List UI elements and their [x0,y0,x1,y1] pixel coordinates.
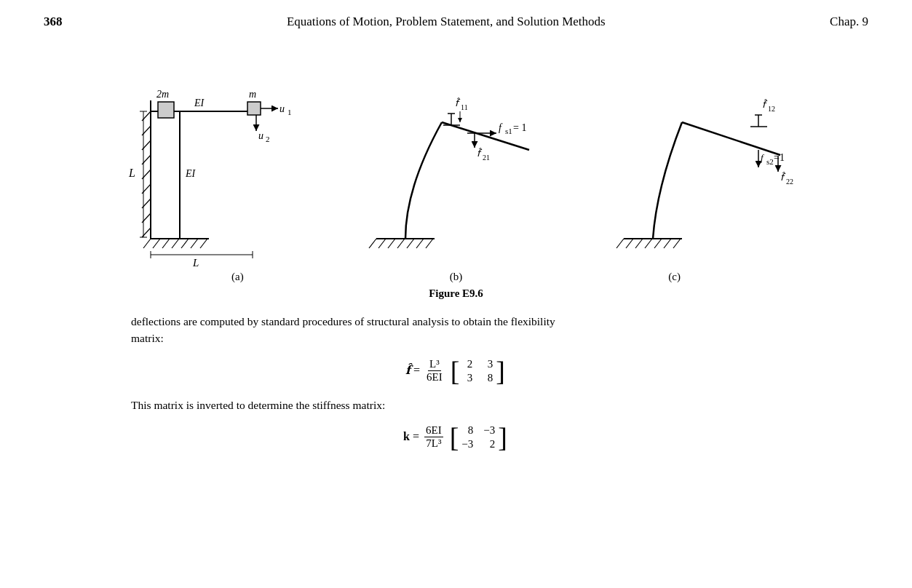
svg-line-1 [143,239,151,248]
svg-text:f̂: f̂ [780,172,786,183]
svg-line-6 [191,239,198,248]
subfig-labels: (a) (b) (c) [129,271,784,283]
svg-text:= 1: = 1 [513,122,526,133]
svg-text:f̂: f̂ [762,99,768,110]
svg-line-7 [200,239,207,248]
subfig-b-label: (b) [450,271,463,283]
svg-text:f: f [761,152,765,163]
k-right-bracket: ] [498,424,507,451]
svg-line-64 [626,239,633,248]
page-number: 368 [44,15,63,29]
svg-text:m: m [249,89,256,100]
svg-text:1: 1 [288,108,292,116]
k-matrix-bracket: [ 8 −3 −3 2 ] [450,424,507,451]
svg-text:s2: s2 [766,157,774,166]
svg-text:EI: EI [194,98,205,108]
figure-caption: Figure E9.6 [44,287,868,300]
svg-line-65 [635,239,643,248]
svg-line-44 [397,239,405,248]
svg-line-5 [181,239,189,248]
svg-line-2 [153,239,160,248]
subfig-a: 2m m u 1 u 2 EI L EI [107,42,311,268]
svg-line-69 [673,239,681,248]
svg-text:12: 12 [768,105,775,113]
f-m10: 3 [462,372,472,384]
svg-text:11: 11 [461,103,468,111]
svg-text:u: u [279,103,285,114]
svg-text:u: u [258,130,263,141]
paragraph1b: matrix: [131,332,164,344]
k-m11: 2 [483,438,495,450]
k-left-bracket: [ [450,424,459,451]
svg-line-63 [616,239,624,248]
svg-rect-22 [247,102,261,115]
f-matrix-bracket: [ 2 3 3 8 ] [451,357,505,385]
svg-text:EI: EI [185,168,197,179]
text-block-2: This matrix is inverted to determine the… [131,397,825,413]
svg-text:s1: s1 [505,127,512,135]
svg-text:f: f [499,122,503,133]
svg-text:f̂: f̂ [477,148,483,159]
page-header: 368 Equations of Motion, Problem Stateme… [44,15,868,29]
subfig-b: f s1 = 1 f̂ 11 f̂ 21 [325,42,558,268]
svg-line-3 [162,239,170,248]
f-m00: 2 [462,358,472,370]
f-numerator: L³ [428,358,441,371]
k-denominator: 7L³ [424,437,443,450]
chapter-label: Chap. 9 [830,15,868,29]
k-equals: = [413,429,422,442]
text-block: deflections are computed by standard pro… [131,313,825,347]
svg-line-45 [407,239,414,248]
svg-text:22: 22 [786,178,793,186]
svg-text:21: 21 [483,154,490,162]
f-matrix: 2 3 3 8 [462,358,493,384]
figure-diagrams: 2m m u 1 u 2 EI L EI [44,42,868,268]
svg-text:2: 2 [266,135,270,143]
paragraph1: deflections are computed by standard pro… [131,315,555,327]
svg-line-67 [654,239,662,248]
subfig-a-label: (a) [231,271,244,283]
svg-text:=1: =1 [774,152,785,163]
f-denominator: 6EI [425,371,444,384]
svg-line-42 [378,239,386,248]
page: 368 Equations of Motion, Problem Stateme… [0,0,912,588]
svg-line-68 [664,239,671,248]
subfig-c-label: (c) [668,271,681,283]
k-m01: −3 [483,424,495,437]
f-fraction: L³ 6EI [425,358,444,384]
k-numerator: 6EI [424,424,443,437]
svg-text:L: L [128,167,135,179]
paragraph2: This matrix is inverted to determine the… [131,399,385,411]
equals-sign: = [413,363,423,376]
k-label: k [403,429,410,442]
k-m00: 8 [461,424,473,437]
left-bracket: [ [451,357,460,385]
chapter-title: Equations of Motion, Problem Statement, … [287,15,606,29]
svg-text:L: L [192,257,199,268]
subfig-c: f̂ 12 f s2 =1 f̂ 22 [573,42,806,268]
k-matrix: 8 −3 −3 2 [461,424,495,450]
k-fraction: 6EI 7L³ [424,424,443,450]
f-hat-label: f̂ [405,363,411,376]
f-hat-equation: f̂ = L³ 6EI [ 2 3 3 8 ] [44,357,868,385]
svg-line-41 [369,239,376,248]
svg-line-66 [645,239,652,248]
k-m10: −3 [461,438,473,450]
svg-rect-20 [158,102,174,118]
svg-line-46 [416,239,424,248]
f-m11: 8 [483,372,493,384]
svg-text:2m: 2m [156,89,169,100]
svg-line-4 [172,239,179,248]
svg-line-43 [388,239,395,248]
f-m01: 3 [483,358,493,370]
k-equation: k = 6EI 7L³ [ 8 −3 −3 2 ] [44,424,868,451]
svg-text:f̂: f̂ [455,98,461,108]
right-bracket: ] [496,357,505,385]
svg-line-47 [426,239,433,248]
